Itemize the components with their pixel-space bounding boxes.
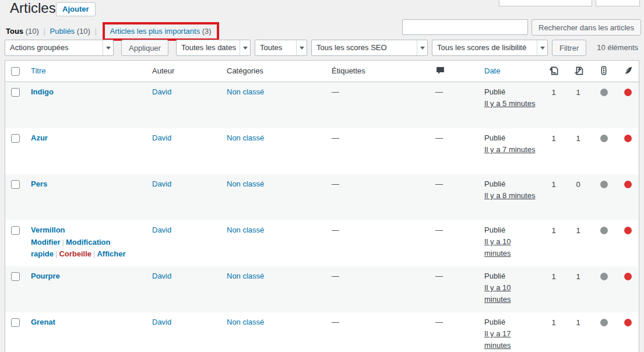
categories-filter-select[interactable]: Toutes [255,40,307,56]
view-link[interactable]: Afficher [97,249,125,258]
post-date[interactable]: Il y a 8 minutes [484,190,535,202]
table-row: Grenat David Non classé — — Publié Il y … [5,312,639,352]
table-body: Indigo David Non classé — — Publié Il y … [5,82,639,352]
chevron-down-icon [240,40,250,55]
incoming-links-count: 1 [551,180,555,189]
select-all-checkbox[interactable] [11,67,20,76]
comments-cell: — [431,128,480,142]
post-status: Publié [484,87,505,96]
author-link[interactable]: David [152,226,171,234]
post-date[interactable]: Il y a 10 minutes [484,236,537,259]
post-status: Publié [484,133,505,142]
post-status: Publié [484,318,505,326]
search-posts-button[interactable]: Rechercher dans les articles [532,19,641,36]
incoming-links-icon [548,65,559,78]
views-separator: | [43,27,45,36]
post-title-link[interactable]: Grenat [31,318,55,326]
table-header-row: Titre Auteur Catégories Étiquettes Date [5,61,639,82]
table-row: Azur David Non classé — — Publié Il y a … [5,128,639,174]
row-checkbox[interactable] [11,134,20,143]
seo-score-dot [600,319,608,326]
incoming-links-count: 1 [551,272,555,281]
table-row: Pers David Non classé — — Publié Il y a … [5,174,639,220]
author-link[interactable]: David [152,87,171,96]
chevron-down-icon [296,40,307,55]
category-link[interactable]: Non classé [227,226,264,234]
post-date[interactable]: Il y a 7 minutes [484,144,535,156]
tags-cell: — [327,82,431,96]
chevron-down-icon [103,40,113,55]
post-status: Publié [484,272,505,280]
seo-score-header [590,61,617,78]
filter-button[interactable]: Filtrer [552,40,586,56]
comments-cell: — [431,220,480,234]
incoming-links-count: 1 [551,88,555,97]
post-date[interactable]: Il y a 5 minutes [484,98,535,110]
post-title-link[interactable]: Pers [31,179,47,188]
incoming-links-count: 1 [551,318,555,327]
table-row: Pourpre David Non classé — — Publié Il y… [5,266,639,312]
row-checkbox[interactable] [11,318,20,327]
post-title-link[interactable]: Vermillon [31,226,65,234]
outgoing-links-count: 0 [576,180,580,189]
help-panel-partial[interactable] [596,0,640,6]
category-link[interactable]: Non classé [227,318,264,326]
chevron-down-icon [537,40,547,55]
tags-header: Étiquettes [327,61,431,75]
dates-filter-select[interactable]: Toutes les dates [176,40,251,56]
search-input[interactable] [402,19,528,35]
outgoing-links-count: 1 [576,134,580,143]
row-checkbox[interactable] [11,88,20,97]
post-title-link[interactable]: Indigo [31,87,54,96]
author-link[interactable]: David [152,133,171,142]
bulk-actions-select[interactable]: Actions groupées [5,40,114,56]
author-header: Auteur [147,61,222,75]
chevron-down-icon [417,40,427,55]
seo-score-dot [600,135,608,142]
seo-score-filter-select[interactable]: Tous les scores SEO [311,40,428,56]
category-link[interactable]: Non classé [227,272,264,280]
view-all-link[interactable]: Tous (10) [6,27,39,36]
views-separator: | [95,27,97,36]
view-cornerstone-link[interactable]: Articles les plus importants (3) [110,27,212,36]
category-link[interactable]: Non classé [227,133,264,142]
comments-header [431,61,480,77]
view-published-link[interactable]: Publiés (10) [50,27,90,36]
apply-button[interactable]: Appliquer [121,40,168,56]
post-title-link[interactable]: Pourpre [31,272,60,280]
posts-list-table: Titre Auteur Catégories Étiquettes Date [5,60,639,352]
category-link[interactable]: Non classé [227,87,264,96]
readability-filter-select[interactable]: Tous les scores de lisibilité [432,40,548,56]
row-checkbox[interactable] [11,272,20,281]
table-row: Vermillon Modifier|Modification rapide|C… [5,220,639,266]
author-link[interactable]: David [152,318,171,326]
readability-score-dot [624,89,632,96]
post-title-link[interactable]: Azur [31,133,48,142]
sort-by-title-header[interactable]: Titre [31,66,46,75]
seo-traffic-light-icon [599,65,609,78]
outgoing-links-count: 1 [576,272,580,281]
sort-by-date-header[interactable]: Date [484,66,500,75]
incoming-links-count: 1 [551,134,555,143]
row-checkbox[interactable] [11,180,20,189]
seo-score-dot [600,273,608,280]
table-row: Indigo David Non classé — — Publié Il y … [5,82,639,128]
post-date[interactable]: Il y a 17 minutes [484,328,537,351]
comments-cell: — [431,82,480,96]
post-status: Publié [484,226,505,234]
category-link[interactable]: Non classé [227,179,264,188]
add-post-button[interactable]: Ajouter [56,2,96,16]
outgoing-links-count: 1 [576,226,580,235]
edit-link[interactable]: Modifier [31,238,61,247]
seo-score-dot [600,181,608,188]
author-link[interactable]: David [152,179,171,188]
row-checkbox[interactable] [11,226,20,235]
post-date[interactable]: Il y a 10 minutes [484,282,537,305]
trash-link[interactable]: Corbeille [59,249,92,258]
comments-bubble-icon [435,65,445,77]
views-filter-links: Tous (10) | Publiés (10) | Articles les … [6,27,219,36]
incoming-links-count: 1 [551,226,555,235]
readability-score-dot [624,181,632,188]
author-link[interactable]: David [152,272,171,280]
screen-options-panel-partial[interactable] [499,0,592,6]
